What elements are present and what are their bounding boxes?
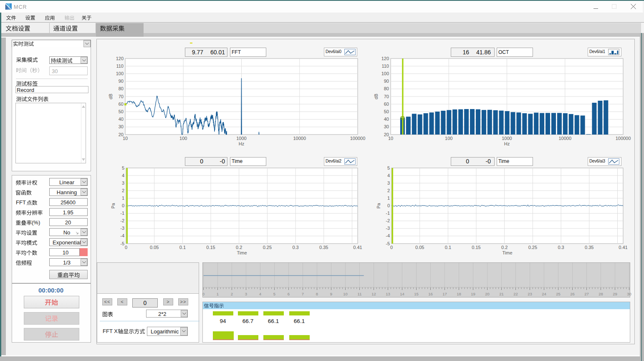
svg-text:16: 16 [428,292,433,296]
svg-text:0: 0 [125,245,127,250]
svg-text:10: 10 [388,136,393,141]
svg-text:14: 14 [400,292,404,296]
svg-text:0.3: 0.3 [292,245,298,250]
svg-text:13: 13 [386,292,390,296]
svg-text:1: 1 [122,196,124,201]
svg-text:-1: -1 [386,211,390,216]
svg-text:-3: -3 [386,226,390,231]
svg-text:5: 5 [273,292,275,296]
svg-text:0.15: 0.15 [472,245,480,250]
svg-text:80: 80 [119,86,124,91]
svg-text:Pa: Pa [376,203,381,208]
svg-text:24: 24 [542,292,546,296]
svg-text:50: 50 [119,109,124,114]
svg-text:7: 7 [302,292,304,296]
svg-text:0: 0 [122,203,124,208]
svg-text:0: 0 [390,245,393,250]
svg-text:0.35: 0.35 [319,245,328,250]
svg-text:26: 26 [570,292,575,296]
svg-text:21: 21 [499,292,504,296]
svg-text:9: 9 [330,292,332,296]
svg-text:0.05: 0.05 [415,245,424,250]
svg-text:120: 120 [381,56,389,61]
svg-text:10: 10 [123,136,128,141]
svg-text:4: 4 [259,292,261,296]
svg-text:Time: Time [237,250,247,255]
svg-text:0.05: 0.05 [150,245,159,250]
svg-text:Pa: Pa [111,203,116,208]
svg-text:90: 90 [384,79,389,84]
svg-text:-5: -5 [120,241,124,246]
svg-text:0.15: 0.15 [206,245,215,250]
svg-text:0: 0 [387,203,390,208]
svg-text:dB: dB [374,94,379,99]
svg-text:2: 2 [387,188,390,193]
svg-text:-4: -4 [120,233,124,238]
svg-text:17: 17 [442,292,447,296]
svg-text:30: 30 [384,124,389,129]
svg-text:50: 50 [384,109,389,114]
svg-text:70: 70 [384,94,389,99]
svg-text:-3: -3 [120,226,124,231]
svg-text:0.2: 0.2 [501,245,508,250]
svg-text:0.35: 0.35 [585,245,593,250]
svg-text:100: 100 [445,136,452,141]
svg-text:70: 70 [119,94,124,99]
svg-text:12: 12 [371,292,376,296]
svg-text:23: 23 [528,292,532,296]
svg-text:-5: -5 [386,241,390,246]
svg-text:1: 1 [387,196,390,201]
svg-text:27: 27 [584,292,589,296]
svg-text:10000: 10000 [293,136,306,141]
svg-text:1000: 1000 [502,136,512,141]
svg-text:10: 10 [343,292,348,296]
svg-text:40: 40 [384,117,389,122]
svg-text:0.25: 0.25 [528,245,537,250]
svg-text:0.41: 0.41 [619,245,627,250]
svg-text:30: 30 [119,124,124,129]
svg-text:4: 4 [387,173,390,178]
svg-text:80: 80 [384,86,389,91]
svg-text:100: 100 [381,71,389,76]
svg-text:22: 22 [513,292,518,296]
svg-text:110: 110 [381,64,389,69]
svg-text:25: 25 [556,292,561,296]
svg-text:Time: Time [502,250,512,255]
svg-text:3: 3 [387,180,390,186]
svg-text:60: 60 [119,102,124,107]
svg-text:100000: 100000 [616,136,631,141]
svg-text:1000: 1000 [236,136,246,141]
svg-text:0.1: 0.1 [445,245,451,250]
svg-text:0.25: 0.25 [263,245,272,250]
svg-text:Hz: Hz [504,141,510,146]
svg-text:11: 11 [358,292,362,296]
svg-text:18: 18 [457,292,461,296]
svg-text:90: 90 [119,79,124,84]
svg-text:4: 4 [122,173,124,178]
svg-text:1: 1 [217,292,219,296]
svg-text:0.2: 0.2 [236,245,242,250]
svg-text:15: 15 [414,292,419,296]
svg-text:30: 30 [627,292,631,296]
svg-text:0.41: 0.41 [353,245,362,250]
svg-text:110: 110 [116,64,124,69]
svg-text:60: 60 [384,102,389,107]
svg-text:0.1: 0.1 [179,245,186,250]
svg-text:5: 5 [387,165,390,170]
svg-text:2: 2 [122,188,124,193]
svg-text:29: 29 [613,292,617,296]
svg-text:3: 3 [122,180,124,186]
svg-text:-2: -2 [386,218,390,223]
svg-text:-1: -1 [120,211,124,216]
svg-text:Hz: Hz [239,141,244,146]
svg-text:100: 100 [179,136,187,141]
svg-text:100: 100 [116,71,124,76]
svg-text:100000: 100000 [350,136,366,141]
svg-text:0: 0 [202,292,205,296]
svg-text:19: 19 [471,292,475,296]
svg-text:8: 8 [316,292,318,296]
svg-text:dB: dB [108,94,113,99]
svg-text:40: 40 [119,117,124,122]
svg-text:6: 6 [288,292,290,296]
svg-text:5: 5 [122,165,124,170]
